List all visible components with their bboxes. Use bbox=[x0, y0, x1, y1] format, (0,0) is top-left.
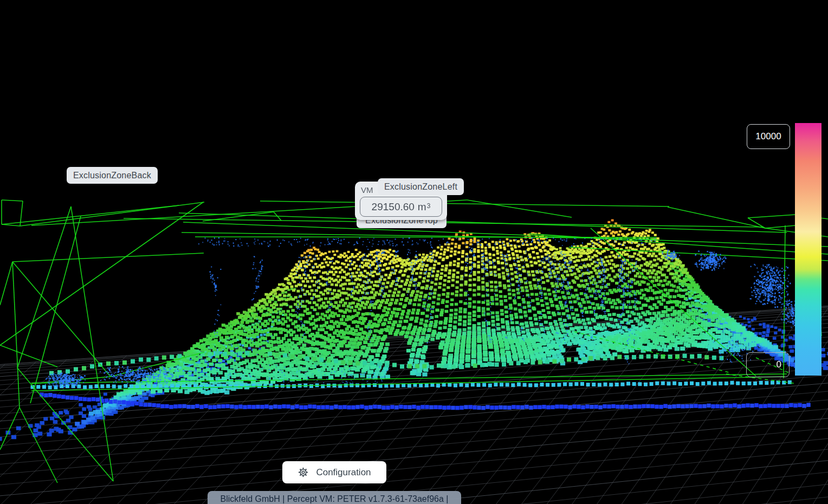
percept-app-window: ExclusionZoneBack ExclusionZoneTop VM 29… bbox=[0, 0, 828, 504]
vm-volume-exponent: 3 bbox=[427, 202, 431, 210]
configuration-button-label: Configuration bbox=[316, 467, 371, 478]
exclusion-zone-back-text: ExclusionZoneBack bbox=[73, 171, 151, 180]
vm-volume-unit: m bbox=[418, 201, 426, 213]
vm-panel-title: VM bbox=[361, 185, 373, 195]
colorbar-max-value: 10000 bbox=[755, 131, 781, 142]
pointcloud-3d-viewport[interactable] bbox=[0, 0, 828, 504]
exclusion-zone-back-label: ExclusionZoneBack bbox=[67, 167, 158, 184]
exclusion-zone-left-text: ExclusionZoneLeft bbox=[384, 182, 457, 192]
vm-volume-value-box: 29150.60m3 bbox=[360, 197, 442, 217]
vm-volume-value: 29150.60 bbox=[372, 201, 415, 213]
colorbar-min-input[interactable]: 0 bbox=[746, 352, 790, 377]
gear-icon bbox=[297, 467, 309, 478]
version-status-text: Blickfeld GmbH | Percept VM: PETER v1.7.… bbox=[221, 494, 449, 504]
height-colormap-gradient bbox=[795, 123, 821, 376]
configuration-button[interactable]: Configuration bbox=[282, 461, 386, 483]
exclusion-zone-left-label: ExclusionZoneLeft bbox=[378, 178, 464, 195]
colorbar-min-value: 0 bbox=[777, 359, 781, 370]
version-status-badge: Blickfeld GmbH | Percept VM: PETER v1.7.… bbox=[208, 491, 461, 504]
colorbar-max-input[interactable]: 10000 bbox=[747, 124, 790, 149]
